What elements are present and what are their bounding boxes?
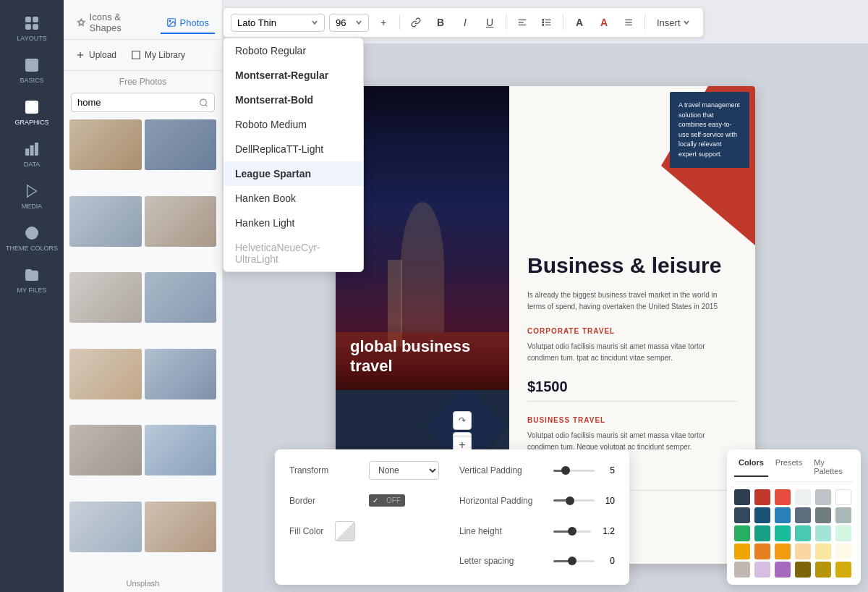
svg-point-8 [28, 103, 30, 106]
border-toggle[interactable]: ✓ OFF [369, 494, 405, 507]
business-title: BUSINESS TRAVEL [527, 416, 737, 424]
color-swatch[interactable] [835, 562, 851, 578]
photo-6[interactable] [145, 272, 217, 323]
corporate-section: CORPORATE TRAVEL Volutpat odio facilisis… [527, 327, 737, 402]
top-toolbar: Lato Thin 96 + B I U A A [223, 7, 704, 38]
transform-select[interactable]: NoneUppercase [369, 461, 439, 480]
color-swatch[interactable] [835, 489, 851, 505]
align-button[interactable] [512, 12, 532, 33]
font-option-hanken-light[interactable]: Hanken Light [224, 211, 363, 235]
color-swatch[interactable] [734, 562, 750, 578]
photo-2[interactable] [145, 119, 217, 170]
color-swatch[interactable] [775, 525, 791, 541]
add-size-button[interactable]: + [373, 12, 393, 33]
font-option-roboto-medium[interactable]: Roboto Medium [224, 112, 363, 137]
color-swatch[interactable] [815, 507, 831, 523]
color-swatch[interactable] [734, 489, 750, 505]
color-swatch[interactable] [734, 544, 750, 559]
color-swatch[interactable] [754, 525, 770, 541]
font-size-selector[interactable]: 96 [329, 14, 369, 32]
italic-button[interactable]: I [455, 12, 475, 33]
color-swatch[interactable] [775, 544, 791, 559]
color-swatch[interactable] [734, 525, 750, 541]
insert-button[interactable]: Insert [651, 14, 696, 31]
color-swatch[interactable] [835, 507, 851, 523]
cp-tab-my-palettes[interactable]: My Palettes [809, 457, 854, 477]
lh-slider[interactable] [553, 530, 591, 533]
color-grid [734, 489, 854, 578]
search-box[interactable] [71, 93, 215, 112]
photo-7[interactable] [69, 349, 142, 399]
photo-11[interactable] [69, 502, 142, 552]
upload-button[interactable]: Upload [71, 47, 121, 63]
color-swatch[interactable] [795, 525, 811, 541]
cp-tab-colors[interactable]: Colors [734, 457, 768, 477]
basics-label: BASICS [20, 77, 43, 84]
color-swatch[interactable] [835, 525, 851, 541]
color-swatch[interactable] [754, 507, 770, 523]
font-option-montserrat-regular[interactable]: Montserrat-Regular [224, 63, 363, 88]
redo-button[interactable]: ↷ [453, 411, 472, 430]
bold-button[interactable]: B [430, 12, 451, 33]
color-swatch[interactable] [815, 562, 831, 578]
color-swatch[interactable] [754, 489, 770, 505]
font-option-dellreplica[interactable]: DellReplicaTT-Light [224, 137, 363, 161]
color-swatch[interactable] [795, 544, 811, 559]
font-color-button[interactable]: A [569, 12, 590, 33]
font-option-montserrat-bold[interactable]: Montserrat-Bold [224, 88, 363, 112]
underline-button[interactable]: U [480, 12, 500, 33]
cp-tab-presets[interactable]: Presets [771, 457, 807, 477]
color-swatch[interactable] [754, 544, 770, 559]
font-selector[interactable]: Lato Thin [231, 14, 325, 32]
sidebar-item-my-files[interactable]: MY FILES [0, 259, 64, 301]
sidebar-item-layouts[interactable]: LAYOUTS [0, 7, 64, 49]
text-settings-button[interactable] [618, 12, 639, 33]
color-swatch[interactable] [795, 489, 811, 505]
my-library-button[interactable]: My Library [127, 47, 190, 63]
ls-slider[interactable] [553, 560, 595, 562]
tab-icons-shapes[interactable]: Icons & Shapes [71, 7, 155, 39]
color-swatch[interactable] [775, 507, 791, 523]
my-files-icon [23, 266, 41, 284]
fill-color-row: Fill Color [289, 521, 445, 541]
color-swatch[interactable] [734, 507, 750, 523]
highlight-button[interactable]: A [594, 12, 614, 33]
fill-color-swatch[interactable] [335, 521, 355, 541]
color-swatch[interactable] [815, 544, 831, 559]
sidebar-item-media[interactable]: MEDIA [0, 175, 64, 217]
font-option-hanken-book[interactable]: Hanken Book [224, 186, 363, 211]
color-swatch[interactable] [815, 525, 831, 541]
h-pad-slider[interactable] [553, 499, 595, 502]
search-input[interactable] [77, 97, 199, 108]
color-swatch[interactable] [795, 562, 811, 578]
sidebar-item-graphics[interactable]: GRAPHICS [0, 91, 64, 133]
color-swatch[interactable] [754, 562, 770, 578]
basics-icon [23, 56, 41, 74]
v-pad-slider[interactable] [553, 470, 595, 472]
sidebar-item-basics[interactable]: BASICS [0, 49, 64, 91]
color-swatch[interactable] [775, 562, 791, 578]
font-option-roboto-regular[interactable]: Roboto Regular [224, 38, 363, 63]
color-palette-panel: Colors Presets My Palettes [727, 449, 861, 585]
list-button[interactable] [537, 12, 557, 33]
color-swatch[interactable] [795, 507, 811, 523]
photo-4[interactable] [145, 196, 217, 247]
photo-10[interactable] [145, 425, 217, 475]
color-swatch[interactable] [835, 544, 851, 559]
sidebar-item-theme-colors[interactable]: THEME COLORS [0, 217, 64, 259]
photo-5[interactable] [69, 272, 142, 323]
sidebar-item-data[interactable]: DATA [0, 133, 64, 175]
photo-1[interactable] [69, 119, 142, 170]
font-option-league-spartan[interactable]: League Spartan [224, 161, 363, 186]
link-button[interactable] [406, 12, 426, 33]
color-swatch[interactable] [815, 489, 831, 505]
photo-12[interactable] [145, 502, 217, 552]
svg-point-29 [542, 20, 544, 21]
photo-8[interactable] [145, 349, 217, 399]
tab-photos[interactable]: Photos [161, 13, 215, 34]
photo-3[interactable] [69, 196, 142, 247]
photo-9[interactable] [69, 425, 142, 475]
media-label: MEDIA [22, 203, 43, 210]
color-swatch[interactable] [775, 489, 791, 505]
font-option-helvetica[interactable]: HelveticaNeueCyr-UltraLight [224, 235, 363, 271]
